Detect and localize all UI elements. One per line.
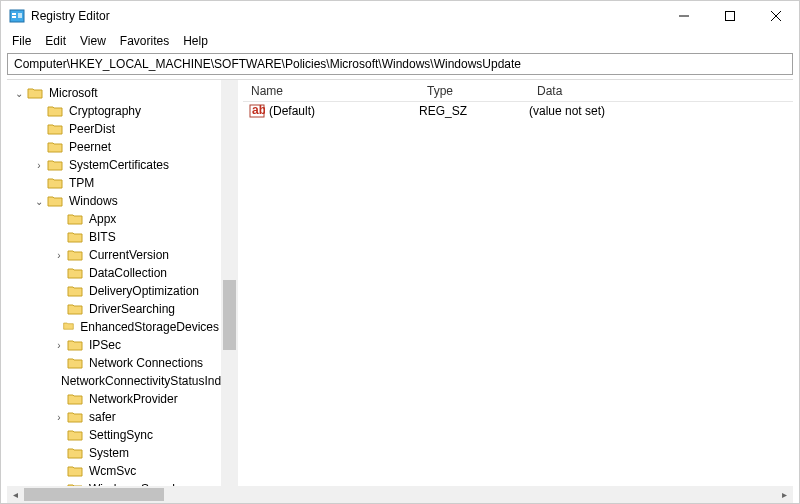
tree-item[interactable]: ›safer	[7, 408, 221, 426]
folder-icon	[67, 284, 83, 298]
folder-icon	[47, 176, 63, 190]
menu-edit[interactable]: Edit	[38, 32, 73, 50]
tree-item[interactable]: NetworkConnectivityStatusIndicator	[7, 372, 221, 390]
tree-item[interactable]: System	[7, 444, 221, 462]
tree-item[interactable]: PeerDist	[7, 120, 221, 138]
tree-item[interactable]: BITS	[7, 228, 221, 246]
scroll-left-button[interactable]: ◂	[7, 486, 24, 503]
tree-item[interactable]: TPM	[7, 174, 221, 192]
list-row[interactable]: ab (Default) REG_SZ (value not set)	[243, 102, 793, 120]
tree-item-label: Network Connections	[87, 356, 205, 370]
expander-closed-icon[interactable]: ›	[53, 412, 65, 423]
tree-item-label: CurrentVersion	[87, 248, 171, 262]
expander-closed-icon[interactable]: ›	[53, 250, 65, 261]
column-header-type[interactable]: Type	[419, 84, 529, 98]
folder-icon	[47, 140, 63, 154]
svg-rect-3	[18, 13, 22, 18]
tree-item-label: Windows	[67, 194, 120, 208]
tree-item[interactable]: DriverSearching	[7, 300, 221, 318]
hscroll-track[interactable]	[24, 486, 776, 503]
scrollbar-thumb[interactable]	[223, 280, 236, 350]
svg-text:ab: ab	[252, 103, 265, 117]
tree-item[interactable]: EnhancedStorageDevices	[7, 318, 221, 336]
tree-item[interactable]: DeliveryOptimization	[7, 282, 221, 300]
folder-icon	[67, 248, 83, 262]
address-bar[interactable]: Computer\HKEY_LOCAL_MACHINE\SOFTWARE\Pol…	[7, 53, 793, 75]
tree-item-label: Peernet	[67, 140, 113, 154]
value-name: (Default)	[269, 104, 315, 118]
menu-view[interactable]: View	[73, 32, 113, 50]
tree-item-label: DeliveryOptimization	[87, 284, 201, 298]
tree-item[interactable]: WcmSvc	[7, 462, 221, 480]
titlebar: Registry Editor	[1, 1, 799, 31]
menu-favorites[interactable]: Favorites	[113, 32, 176, 50]
tree-item-label: EnhancedStorageDevices	[78, 320, 221, 334]
expander-closed-icon[interactable]: ›	[33, 160, 45, 171]
expander-open-icon[interactable]: ⌄	[13, 88, 25, 99]
expander-closed-icon[interactable]: ›	[53, 340, 65, 351]
folder-icon	[67, 464, 83, 478]
folder-icon	[67, 338, 83, 352]
tree-item-label: System	[87, 446, 131, 460]
folder-icon	[67, 230, 83, 244]
list-pane: Name Type Data ab (Default) REG_SZ (valu…	[243, 80, 793, 490]
scroll-right-button[interactable]: ▸	[776, 486, 793, 503]
tree-item-label: Microsoft	[47, 86, 100, 100]
tree-item-label: IPSec	[87, 338, 123, 352]
tree-item-label: Cryptography	[67, 104, 143, 118]
tree-item-label: PeerDist	[67, 122, 117, 136]
panes: ⌄MicrosoftCryptographyPeerDistPeernet›Sy…	[7, 79, 793, 490]
list-header: Name Type Data	[243, 80, 793, 102]
tree-item-label: DataCollection	[87, 266, 169, 280]
folder-icon	[67, 392, 83, 406]
maximize-button[interactable]	[707, 1, 753, 31]
folder-icon	[67, 266, 83, 280]
tree-item[interactable]: ›CurrentVersion	[7, 246, 221, 264]
tree-view[interactable]: ⌄MicrosoftCryptographyPeerDistPeernet›Sy…	[7, 80, 221, 490]
horizontal-scrollbar[interactable]: ◂ ▸	[7, 486, 793, 503]
tree-item-label: SettingSync	[87, 428, 155, 442]
folder-icon	[47, 194, 63, 208]
tree-item[interactable]: ›IPSec	[7, 336, 221, 354]
folder-icon	[67, 446, 83, 460]
tree-item[interactable]: ›SystemCertificates	[7, 156, 221, 174]
tree-item-label: safer	[87, 410, 118, 424]
tree-pane: ⌄MicrosoftCryptographyPeerDistPeernet›Sy…	[7, 80, 239, 490]
tree-item[interactable]: ⌄Microsoft	[7, 84, 221, 102]
menu-help[interactable]: Help	[176, 32, 215, 50]
tree-item[interactable]: Peernet	[7, 138, 221, 156]
svg-rect-2	[12, 16, 16, 18]
expander-open-icon[interactable]: ⌄	[33, 196, 45, 207]
folder-icon	[27, 86, 43, 100]
tree-item[interactable]: NetworkProvider	[7, 390, 221, 408]
tree-item-label: Appx	[87, 212, 118, 226]
tree-item[interactable]: DataCollection	[7, 264, 221, 282]
folder-icon	[47, 158, 63, 172]
cell-name: ab (Default)	[243, 103, 419, 119]
folder-icon	[67, 302, 83, 316]
tree-item[interactable]: Network Connections	[7, 354, 221, 372]
tree-item-label: SystemCertificates	[67, 158, 171, 172]
menu-file[interactable]: File	[5, 32, 38, 50]
svg-rect-5	[726, 12, 735, 21]
folder-icon	[67, 428, 83, 442]
tree-item-label: BITS	[87, 230, 118, 244]
tree-item[interactable]: Appx	[7, 210, 221, 228]
tree-item-label: NetworkProvider	[87, 392, 180, 406]
menubar: File Edit View Favorites Help	[1, 31, 799, 51]
close-button[interactable]	[753, 1, 799, 31]
folder-icon	[47, 122, 63, 136]
svg-rect-1	[12, 13, 16, 15]
column-header-data[interactable]: Data	[529, 84, 793, 98]
tree-item-label: WcmSvc	[87, 464, 138, 478]
cell-data: (value not set)	[529, 104, 793, 118]
minimize-button[interactable]	[661, 1, 707, 31]
tree-item-label: NetworkConnectivityStatusIndicator	[59, 374, 221, 388]
tree-item[interactable]: Cryptography	[7, 102, 221, 120]
tree-item[interactable]: SettingSync	[7, 426, 221, 444]
folder-icon	[63, 320, 74, 334]
hscroll-thumb[interactable]	[24, 488, 164, 501]
column-header-name[interactable]: Name	[243, 84, 419, 98]
tree-item[interactable]: ⌄Windows	[7, 192, 221, 210]
vertical-scrollbar[interactable]	[221, 80, 238, 490]
